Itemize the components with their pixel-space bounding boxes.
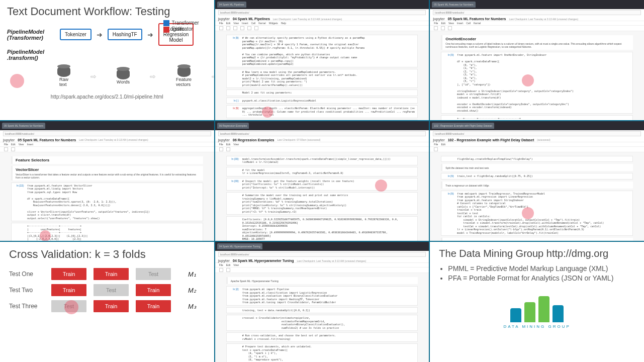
cross-validation-slide: Cross Validation: k = 3 folds Test One T… — [0, 242, 214, 362]
run-icon[interactable] — [448, 26, 452, 30]
jupyter-toolbar[interactable] — [215, 26, 429, 31]
square-icon — [163, 27, 169, 33]
arrow-right-icon: ⇨ — [90, 72, 97, 80]
square-icon — [163, 20, 169, 26]
arrow-right-icon: ➜ — [97, 31, 103, 39]
cv-row: Test One Train Train Test M₁ — [9, 268, 205, 280]
dmg-caption: DATA MINING GROUP — [439, 324, 635, 329]
workflow-title: Text Document Workflow: Testing — [7, 5, 207, 18]
notebook-regression-examples: 06 Regression Examples localhost:8888/no… — [215, 121, 429, 241]
plus-icon[interactable] — [11, 147, 15, 151]
legend: Transformer Estimator — [163, 20, 199, 33]
hashingtf-box: HashingTF — [108, 29, 142, 40]
jupyter-logo-icon: jupyter — [433, 17, 444, 21]
cv-row: Test Three Test Train Train M₃ — [9, 300, 205, 312]
cv-fold: Train — [51, 268, 86, 280]
cv-fold: Train — [94, 268, 129, 280]
cv-fold: Train — [94, 300, 129, 312]
cv-fold: Test — [136, 268, 171, 280]
bar-icon — [524, 302, 535, 322]
plus-icon[interactable] — [226, 26, 230, 30]
bar-icon — [538, 296, 549, 322]
jupyter-logo-icon: jupyter — [433, 138, 444, 142]
cv-title: Cross Validation: k = 3 folds — [9, 248, 205, 261]
cylinder-icon — [177, 66, 191, 77]
notebook-flight-delay: 102 - Regression Example with Flight Del… — [430, 121, 644, 241]
run-icon[interactable] — [226, 147, 230, 151]
bar-icon — [553, 305, 564, 322]
cv-fold: Train — [136, 284, 171, 296]
jupyter-logo-icon: jupyter — [3, 138, 15, 142]
arrow-right-icon: ⇨ — [212, 72, 214, 80]
notebook-ml-pipelines: 04 Spark ML Pipelines localhost:8888/not… — [215, 0, 429, 120]
cylinders-row: Raw text ⇨ Words ⇨ Feature vectors ⇨ Pre… — [57, 66, 207, 87]
bar-icon — [510, 308, 521, 322]
save-icon[interactable] — [4, 147, 8, 151]
save-icon[interactable] — [219, 268, 223, 272]
cv-fold: Test — [94, 284, 129, 296]
jupyter-logo-icon: jupyter — [218, 17, 230, 21]
run-icon[interactable] — [226, 268, 230, 272]
stop-icon[interactable] — [254, 26, 258, 30]
workflow-slide: Text Document Workflow: Testing Transfor… — [0, 0, 214, 120]
jupyter-menubar[interactable]: FileEditViewInsertCellKernelWidgetsHelp — [215, 21, 429, 26]
dmg-bullets: PMML = Predictive Model Markup Language … — [448, 264, 635, 282]
dmg-logo-icon — [439, 296, 635, 322]
arrow-right-icon: ➜ — [147, 31, 153, 39]
notebook-body[interactable]: In [9]:# We can alternatively specify pa… — [215, 31, 429, 120]
notebook-hyperparameter-tuning: 04 Spark ML Hyperparameter Tuning localh… — [215, 242, 429, 362]
workflow-url: http://spark.apache.org/docs/2.1.0/ml-pi… — [7, 94, 207, 100]
notebook-features-onehot: 05 Spark ML Features for Numbers localho… — [430, 0, 644, 120]
cv-fold: Test — [51, 300, 86, 312]
save-icon[interactable] — [434, 26, 438, 30]
address-bar[interactable]: localhost:8888/notebooks/ — [218, 10, 426, 15]
cv-fold: Train — [136, 300, 171, 312]
run-icon[interactable] — [247, 26, 251, 30]
tokenizer-box: Tokenizer — [60, 29, 91, 40]
cv-row: Test Two Train Test Train M₂ — [9, 284, 205, 296]
dmg-slide: The Data Mining Group http://dmg.org PMM… — [430, 242, 644, 362]
browser-tab[interactable]: 04 Spark ML Pipelines — [217, 2, 246, 8]
slide-cursor-icon — [10, 74, 24, 88]
plus-icon[interactable] — [441, 26, 445, 30]
cylinder-icon — [57, 66, 70, 77]
dmg-title: The Data Mining Group http://dmg.org — [439, 248, 635, 259]
notebook-feature-selectors: 05 Spark ML Features for Numbers localho… — [0, 121, 214, 241]
cv-fold: Train — [51, 284, 86, 296]
notebook-title[interactable]: 04 Spark ML Pipelines — [233, 17, 270, 21]
save-icon[interactable] — [219, 147, 223, 151]
cylinder-icon — [117, 68, 130, 79]
jupyter-logo-icon: jupyter — [218, 259, 230, 262]
arrow-right-icon: ⇨ — [150, 72, 156, 80]
copy-icon[interactable] — [240, 26, 244, 30]
save-icon[interactable] — [219, 26, 223, 30]
cut-icon[interactable] — [233, 26, 237, 30]
save-icon[interactable] — [434, 147, 438, 151]
browser-tab-strip[interactable]: 04 Spark ML Pipelines — [215, 0, 429, 9]
jupyter-logo-icon: jupyter — [218, 138, 230, 142]
